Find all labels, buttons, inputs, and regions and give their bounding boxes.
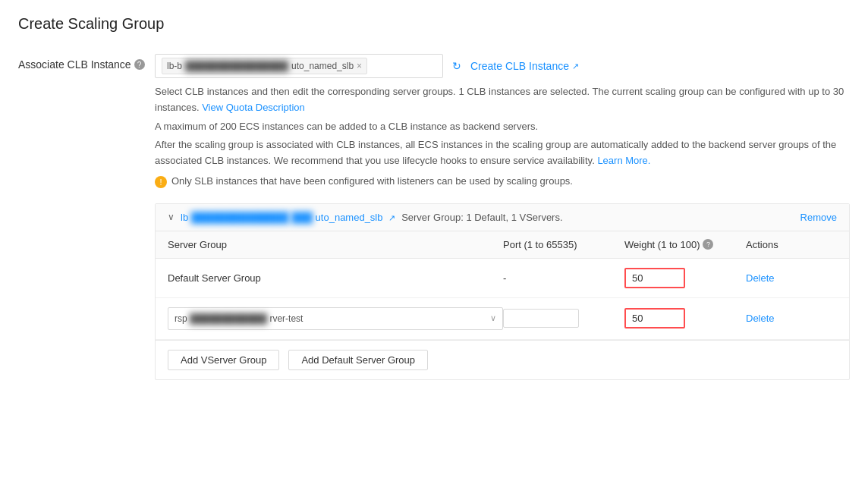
clb-external-icon: ↗ <box>388 213 395 222</box>
chevron-down-icon[interactable]: ∨ <box>168 212 175 222</box>
clb-name-blurred: ██████████████ <box>191 212 289 223</box>
clb-server-group-info: Server Group: 1 Default, 1 VServers. <box>401 212 562 223</box>
port-input-vserver[interactable] <box>503 309 579 328</box>
input-tag-row: lb-b ████████████████ uto_named_slb × ↻ … <box>155 54 850 78</box>
refresh-icon[interactable]: ↻ <box>452 60 461 72</box>
form-content-clb: lb-b ████████████████ uto_named_slb × ↻ … <box>155 54 850 380</box>
cell-port-vserver <box>503 309 624 328</box>
cell-actions-vserver: Delete <box>746 313 837 324</box>
view-quota-link[interactable]: View Quota Description <box>202 102 305 113</box>
cell-actions-default: Delete <box>746 272 837 284</box>
col-header-actions: Actions <box>746 239 837 250</box>
label-text: Associate CLB Instance <box>18 58 131 71</box>
warning-text: Only SLB instances that have been config… <box>171 175 573 187</box>
warning-row: ! Only SLB instances that have been conf… <box>155 175 850 188</box>
cell-weight-vserver <box>624 308 746 329</box>
clb-header-left: ∨ lb ██████████████ ███ uto_named_slb ↗ … <box>168 212 563 223</box>
clb-name-prefix: lb <box>181 212 188 223</box>
table-row: Default Server Group - Delete <box>156 259 849 298</box>
desc-text-3: After the scaling group is associated wi… <box>155 137 850 169</box>
cell-server-group-default: Default Server Group <box>168 272 503 284</box>
page-title: Create Scaling Group <box>18 15 850 33</box>
help-icon-weight[interactable]: ? <box>703 239 713 250</box>
cell-port-default: - <box>503 272 624 284</box>
tag-suffix: uto_named_slb <box>291 61 354 71</box>
footer-buttons: Add VServer Group Add Default Server Gro… <box>156 340 849 379</box>
form-label-clb: Associate CLB Instance ? <box>18 54 155 71</box>
select-prefix: rsp ████████████ rver-test <box>175 313 303 324</box>
clb-expand-section: ∨ lb ██████████████ ███ uto_named_slb ↗ … <box>155 203 850 380</box>
tag-close-icon[interactable]: × <box>357 61 362 71</box>
external-link-icon: ↗ <box>572 61 579 71</box>
tag-blurred: ████████████████ <box>185 61 288 71</box>
add-vserver-group-button[interactable]: Add VServer Group <box>168 350 279 370</box>
delete-link-vserver[interactable]: Delete <box>746 313 775 324</box>
col-header-weight: Weight (1 to 100) ? <box>624 239 746 250</box>
clb-header-row: ∨ lb ██████████████ ███ uto_named_slb ↗ … <box>156 204 849 231</box>
col-weight-text: Weight (1 to 100) <box>624 239 700 250</box>
clb-tag-input[interactable]: lb-b ████████████████ uto_named_slb × <box>155 54 443 78</box>
create-clb-link[interactable]: Create CLB Instance ↗ <box>470 60 579 72</box>
clb-name-link[interactable]: lb ██████████████ ███ uto_named_slb ↗ <box>181 212 395 223</box>
cell-weight-default <box>624 268 746 288</box>
table-header-row: Server Group Port (1 to 65535) Weight (1… <box>156 231 849 259</box>
col-header-port: Port (1 to 65535) <box>503 239 624 250</box>
help-icon-clb[interactable]: ? <box>134 59 145 70</box>
remove-clb-link[interactable]: Remove <box>800 212 837 223</box>
associate-clb-row: Associate CLB Instance ? lb-b ██████████… <box>18 54 850 380</box>
table-row: rsp ████████████ rver-test ∨ <box>156 298 849 340</box>
clb-tag: lb-b ████████████████ uto_named_slb × <box>162 58 367 74</box>
col-port-text: Port (1 to 65535) <box>503 239 624 250</box>
tag-prefix: lb-b <box>167 61 182 71</box>
warning-icon: ! <box>155 176 167 188</box>
desc-text-2: A maximum of 200 ECS instances can be ad… <box>155 119 850 135</box>
add-default-server-group-button[interactable]: Add Default Server Group <box>288 350 428 370</box>
select-blurred: ████████████ <box>190 313 267 324</box>
clb-name-blurred2: ███ <box>291 212 313 223</box>
cell-server-group-vserver: rsp ████████████ rver-test ∨ <box>168 307 503 330</box>
weight-input-default[interactable] <box>624 268 685 288</box>
select-chevron-icon: ∨ <box>490 313 496 323</box>
server-group-select[interactable]: rsp ████████████ rver-test ∨ <box>168 307 503 330</box>
learn-more-link[interactable]: Learn More. <box>597 155 650 166</box>
desc-text-1: Select CLB instances and then edit the c… <box>155 84 850 116</box>
delete-link-default[interactable]: Delete <box>746 272 775 284</box>
create-clb-text: Create CLB Instance <box>470 60 569 72</box>
col-header-server-group: Server Group <box>168 239 503 250</box>
server-table: Server Group Port (1 to 65535) Weight (1… <box>156 231 849 379</box>
weight-input-vserver[interactable] <box>624 308 685 329</box>
